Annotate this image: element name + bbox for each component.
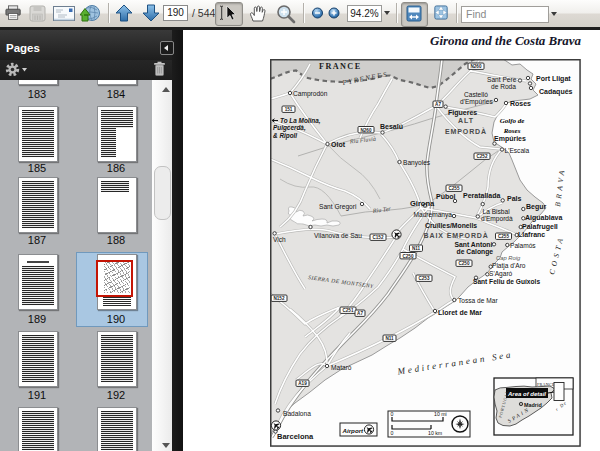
svg-text:151: 151 [285, 107, 293, 112]
svg-text:Badalona: Badalona [283, 410, 311, 417]
svg-text:N260: N260 [471, 64, 482, 69]
svg-text:C253: C253 [419, 276, 430, 281]
svg-text:C250: C250 [403, 254, 414, 259]
svg-text:N11: N11 [412, 246, 421, 251]
svg-text:Banyoles: Banyoles [403, 159, 431, 167]
svg-text:Area of detail: Area of detail [507, 391, 546, 397]
svg-text:Camprodón: Camprodón [293, 90, 328, 98]
svg-text:Roses: Roses [510, 100, 531, 107]
svg-text:N260: N260 [361, 128, 372, 133]
svg-text:Castelló: Castelló [464, 91, 488, 98]
svg-text:L'Escala: L'Escala [505, 147, 530, 154]
svg-text:Besalú: Besalú [380, 123, 403, 130]
svg-text:Llafranc: Llafranc [518, 231, 545, 238]
svg-text:Peratallada: Peratallada [463, 192, 500, 199]
svg-text:Cruïlles/Monells: Cruïlles/Monells [425, 222, 477, 229]
svg-text:Platja d'Aro: Platja d'Aro [492, 262, 526, 270]
svg-text:Mataró: Mataró [331, 364, 352, 371]
svg-text:Sant Feliu de Guíxols: Sant Feliu de Guíxols [473, 278, 540, 285]
svg-text:Vilanova de Sau: Vilanova de Sau [314, 232, 362, 239]
svg-text:Girona: Girona [410, 199, 435, 208]
svg-text:Pals: Pals [507, 195, 522, 202]
svg-text:FRANCE: FRANCE [537, 382, 555, 387]
svg-text:Tossa de Mar: Tossa de Mar [458, 297, 498, 304]
svg-text:Sant Antoni: Sant Antoni [455, 241, 493, 248]
svg-text:Aiguablava: Aiguablava [525, 214, 562, 222]
svg-text:S'Agaró: S'Agaró [489, 270, 513, 278]
svg-text:C251: C251 [343, 308, 354, 313]
svg-text:A7: A7 [435, 102, 441, 107]
svg-text:Begur: Begur [526, 203, 547, 211]
svg-text:Cadaqués: Cadaqués [539, 88, 573, 96]
svg-text:& Ripoll: & Ripoll [273, 132, 297, 140]
svg-text:BAIX EMPORDÀ: BAIX EMPORDÀ [424, 231, 489, 239]
svg-text:C152: C152 [373, 235, 384, 240]
svg-text:C255: C255 [449, 186, 460, 191]
svg-text:C250: C250 [459, 261, 470, 266]
svg-text:Sant Gregori: Sant Gregori [319, 203, 357, 211]
svg-text:Madremanya: Madremanya [414, 211, 453, 219]
svg-text:Port Lligat: Port Lligat [536, 75, 571, 83]
svg-text:10 mi: 10 mi [434, 411, 447, 417]
svg-text:C252: C252 [477, 154, 488, 159]
svg-text:Cap Roig: Cap Roig [496, 255, 521, 261]
svg-text:Vich: Vich [273, 236, 286, 243]
svg-text:Airport: Airport [342, 427, 365, 434]
svg-text:Púbol: Púbol [436, 193, 455, 200]
svg-text:Barcelona: Barcelona [277, 432, 314, 441]
svg-text:La Bisbal: La Bisbal [483, 208, 511, 215]
svg-text:Palamós: Palamós [510, 242, 536, 249]
svg-text:Lloret de Mar: Lloret de Mar [438, 309, 482, 316]
svg-text:Palafrugell: Palafrugell [522, 223, 558, 231]
svg-text:d'Empúries: d'Empúries [460, 98, 493, 106]
svg-text:Roses: Roses [503, 127, 521, 135]
svg-text:0: 0 [391, 411, 394, 417]
svg-text:de Calonge: de Calonge [457, 248, 494, 256]
svg-text:ALT: ALT [458, 117, 474, 124]
svg-text:N152: N152 [274, 296, 285, 301]
svg-text:A7: A7 [357, 311, 363, 316]
svg-text:Figueres: Figueres [448, 109, 477, 117]
svg-text:de Roda: de Roda [491, 83, 516, 90]
svg-text:Empúries: Empúries [494, 135, 526, 143]
svg-text:Golfo de: Golfo de [500, 117, 525, 125]
svg-text:C255: C255 [498, 234, 509, 239]
svg-text:Olot: Olot [331, 141, 346, 148]
svg-text:FRANCE: FRANCE [319, 62, 362, 71]
svg-text:Sant Pere: Sant Pere [487, 76, 517, 83]
svg-text:EMPORDÀ: EMPORDÀ [445, 127, 487, 135]
svg-text:N11: N11 [385, 336, 394, 341]
svg-text:0: 0 [391, 430, 394, 436]
svg-text:10 km: 10 km [428, 430, 442, 436]
svg-text:d'Empordà: d'Empordà [481, 215, 513, 223]
svg-text:A19: A19 [298, 381, 307, 386]
